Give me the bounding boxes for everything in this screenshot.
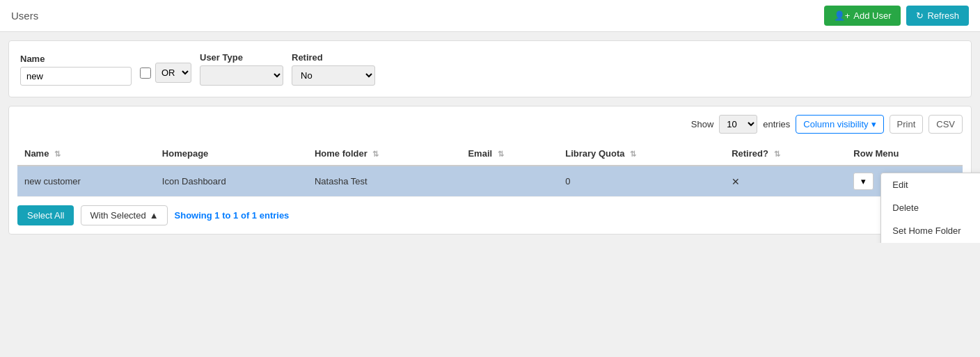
menu-item-set-home-folder[interactable]: Set Home Folder: [881, 219, 980, 242]
column-visibility-button[interactable]: Column visibility ▾: [796, 115, 883, 134]
user-type-filter-group: User Type: [200, 52, 283, 86]
retired-filter-group: Retired No Yes Both: [292, 52, 375, 86]
cell-name: new customer: [17, 166, 155, 197]
row-menu-dropdown: Edit Delete Set Home Folder User Groups: [880, 173, 980, 243]
name-filter-label: Name: [20, 54, 132, 64]
table-controls: Show 10 25 50 100 entries Column visibil…: [17, 115, 963, 134]
add-user-button[interactable]: 👤+ Add User: [824, 6, 901, 26]
filter-panel: Name OR AND User Type Retired No Yes Bot…: [8, 40, 972, 97]
retired-x-icon: ✕: [732, 176, 740, 187]
name-filter-checkbox[interactable]: [140, 68, 151, 79]
entries-label: entries: [763, 119, 790, 129]
filter-row: Name OR AND User Type Retired No Yes Bot…: [20, 52, 960, 86]
sort-icon-name[interactable]: ⇅: [54, 150, 61, 159]
cell-homepage: Icon Dashboard: [155, 166, 308, 197]
col-header-retired: Retired? ⇅: [725, 142, 846, 166]
col-header-email: Email ⇅: [461, 142, 558, 166]
menu-item-delete[interactable]: Delete: [881, 196, 980, 219]
cell-email: [461, 166, 558, 197]
row-menu-button[interactable]: ▾: [853, 173, 874, 190]
refresh-icon: ↻: [916, 10, 924, 21]
showing-text: Showing 1 to 1 of 1 entries: [175, 210, 290, 221]
col-header-library-quota: Library Quota ⇅: [558, 142, 725, 166]
retired-select[interactable]: No Yes Both: [292, 65, 375, 86]
col-header-home-folder: Home folder ⇅: [308, 142, 461, 166]
cell-retired: ✕: [725, 166, 846, 197]
sort-icon-email[interactable]: ⇅: [498, 150, 504, 159]
name-filter-input[interactable]: [20, 67, 132, 86]
row-menu-dropdown-container: ▾ Edit Delete Set Home Folder: [853, 173, 874, 190]
col-header-row-menu: Row Menu: [846, 142, 963, 166]
top-bar-actions: 👤+ Add User ↻ Refresh: [824, 6, 969, 26]
menu-item-edit[interactable]: Edit: [881, 173, 980, 196]
name-filter-group: Name: [20, 54, 132, 86]
users-table: Name ⇅ Homepage Home folder ⇅ Email ⇅ Li…: [17, 142, 963, 197]
show-entries-select[interactable]: 10 25 50 100: [719, 115, 757, 134]
checkbox-or-group: OR AND: [140, 63, 191, 86]
page-title: Users: [11, 10, 38, 22]
csv-button[interactable]: CSV: [928, 115, 963, 134]
col-header-name: Name ⇅: [17, 142, 155, 166]
sort-icon-retired[interactable]: ⇅: [774, 150, 780, 159]
top-bar: Users 👤+ Add User ↻ Refresh: [0, 0, 980, 32]
retired-filter-label: Retired: [292, 52, 375, 63]
user-type-select[interactable]: [200, 65, 283, 86]
cell-home-folder: Natasha Test: [308, 166, 461, 197]
or-select[interactable]: OR AND: [155, 63, 191, 83]
refresh-button[interactable]: ↻ Refresh: [906, 6, 969, 26]
chevron-down-icon: ▾: [871, 119, 876, 129]
chevron-up-icon: ▲: [150, 210, 159, 221]
print-button[interactable]: Print: [890, 115, 924, 134]
cell-library-quota: 0: [558, 166, 725, 197]
sort-icon-library-quota[interactable]: ⇅: [630, 150, 636, 159]
table-body: new customer Icon Dashboard Natasha Test…: [17, 166, 963, 197]
table-header: Name ⇅ Homepage Home folder ⇅ Email ⇅ Li…: [17, 142, 963, 166]
bottom-bar: Select All With Selected ▲ Showing 1 to …: [17, 205, 963, 225]
col-header-homepage: Homepage: [155, 142, 308, 166]
select-all-button[interactable]: Select All: [17, 205, 74, 225]
add-user-icon: 👤+: [834, 10, 851, 21]
cell-row-menu[interactable]: ▾ Edit Delete Set Home Folder: [846, 166, 963, 197]
sort-icon-home-folder[interactable]: ⇅: [372, 150, 379, 159]
table-panel: Show 10 25 50 100 entries Column visibil…: [8, 106, 972, 235]
show-label: Show: [691, 119, 714, 129]
table-row: new customer Icon Dashboard Natasha Test…: [17, 166, 963, 197]
user-type-filter-label: User Type: [200, 52, 283, 63]
with-selected-button[interactable]: With Selected ▲: [81, 205, 167, 225]
